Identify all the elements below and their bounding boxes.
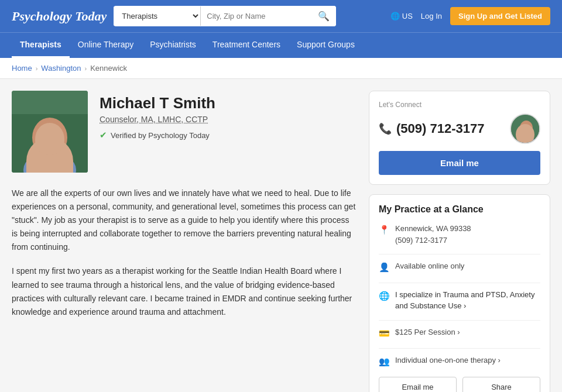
nav-item-therapists[interactable]: Therapists — [12, 33, 70, 58]
svg-point-9 — [520, 121, 533, 136]
money-icon: 💳 — [379, 327, 389, 341]
specialties-text[interactable]: I specialize in Trauma and PTSD, Anxiety… — [395, 289, 540, 312]
email-me-button-top[interactable]: Email me — [379, 151, 540, 175]
practice-availability: 👤 Available online only — [379, 260, 540, 274]
address-text: Kennewick, WA 99338 (509) 712-3177 — [395, 223, 471, 246]
verified-text: Verified by Psychology Today — [111, 131, 210, 140]
verified-icon: ✔ — [100, 130, 107, 140]
connect-top: 📞 (509) 712-3177 — [379, 114, 540, 144]
svg-point-10 — [521, 132, 532, 140]
bio-paragraph-2: I spent my first two years as a therapis… — [12, 264, 357, 318]
phone-row: 📞 (509) 712-3177 — [379, 121, 484, 136]
search-input[interactable] — [201, 7, 311, 25]
address-phone: (509) 712-3177 — [395, 236, 447, 245]
svg-point-7 — [48, 138, 52, 143]
site-logo: Psychology Today — [12, 10, 107, 23]
practice-format: 👥 Individual one-on-one therapy › — [379, 355, 540, 369]
globe-icon: 🌐 — [379, 290, 389, 303]
address-line1: Kennewick, WA 99338 — [395, 224, 471, 233]
profile-credentials: Counselor, MA, LMHC, CCTP — [100, 115, 357, 124]
header-right: 🌐 US Log In Sign Up and Get Listed — [390, 7, 550, 25]
search-button[interactable]: 🔍 — [311, 6, 336, 26]
svg-point-4 — [36, 139, 64, 160]
phone-number[interactable]: (509) 712-3177 — [396, 121, 484, 136]
nav-item-support-groups[interactable]: Support Groups — [289, 33, 363, 58]
left-column: Michael T Smith Counselor, MA, LMHC, CCT… — [12, 91, 357, 392]
signup-button[interactable]: Sign Up and Get Listed — [450, 7, 550, 25]
search-bar: Therapists Psychiatrists Treatment Cente… — [114, 6, 336, 26]
bio-paragraph-1: We are all the experts of our own lives … — [12, 187, 357, 254]
breadcrumb-home[interactable]: Home — [12, 64, 32, 73]
therapist-mini-photo — [510, 114, 540, 144]
phone-icon: 📞 — [379, 122, 392, 135]
nav-item-online-therapy[interactable]: Online Therapy — [70, 33, 142, 58]
profile-photo — [12, 91, 88, 173]
svg-point-8 — [511, 115, 540, 144]
main-content: Michael T Smith Counselor, MA, LMHC, CCT… — [0, 79, 562, 392]
language-selector[interactable]: 🌐 US — [390, 12, 413, 20]
svg-point-11 — [516, 137, 537, 144]
email-me-button-bottom[interactable]: Email me — [379, 377, 457, 393]
fee-text[interactable]: $125 Per Session › — [395, 326, 460, 338]
svg-point-6 — [54, 132, 59, 137]
group-icon: 👥 — [379, 355, 389, 369]
format-text[interactable]: Individual one-on-one therapy › — [395, 355, 501, 366]
person-icon: 👤 — [379, 261, 389, 274]
share-button[interactable]: Share — [462, 377, 540, 393]
verified-badge: ✔ Verified by Psychology Today — [100, 130, 357, 140]
lets-connect-label: Let's Connect — [379, 101, 540, 109]
profile-name: Michael T Smith — [100, 94, 357, 112]
main-nav: Therapists Online Therapy Psychiatrists … — [0, 32, 562, 58]
mini-photo-svg — [511, 115, 540, 144]
svg-point-3 — [32, 118, 67, 157]
practice-card: My Practice at a Glance 📍 Kennewick, WA … — [369, 194, 550, 392]
profile-info: Michael T Smith Counselor, MA, LMHC, CCT… — [100, 91, 357, 140]
nav-item-psychiatrists[interactable]: Psychiatrists — [142, 33, 204, 58]
breadcrumb: Home › Washington › Kennewick — [0, 58, 562, 79]
svg-point-5 — [41, 132, 46, 137]
login-button[interactable]: Log In — [421, 12, 442, 20]
profile-photo-svg — [12, 91, 88, 173]
location-icon: 📍 — [379, 223, 389, 237]
svg-rect-1 — [12, 114, 88, 173]
connect-card: Let's Connect 📞 (509) 712-3177 Email me — [369, 91, 550, 185]
breadcrumb-sep-1: › — [36, 65, 38, 72]
practice-address: 📍 Kennewick, WA 99338 (509) 712-3177 — [379, 223, 540, 246]
card-actions: Email me Share — [379, 377, 540, 393]
profile-header: Michael T Smith Counselor, MA, LMHC, CCT… — [12, 91, 357, 173]
practice-fee: 💳 $125 Per Session › — [379, 326, 540, 341]
breadcrumb-sep-2: › — [85, 65, 87, 72]
breadcrumb-city: Kennewick — [90, 64, 127, 73]
availability-text: Available online only — [395, 260, 464, 272]
practice-specialties: 🌐 I specialize in Trauma and PTSD, Anxie… — [379, 289, 540, 312]
right-column: Let's Connect 📞 (509) 712-3177 Email me — [369, 91, 550, 392]
practice-title: My Practice at a Glance — [379, 204, 540, 215]
breadcrumb-state[interactable]: Washington — [41, 64, 81, 73]
site-header: Psychology Today Therapists Psychiatrist… — [0, 0, 562, 32]
search-type-dropdown[interactable]: Therapists Psychiatrists Treatment Cente… — [114, 6, 201, 26]
svg-point-2 — [23, 152, 76, 173]
nav-item-treatment-centers[interactable]: Treatment Centers — [204, 33, 289, 58]
